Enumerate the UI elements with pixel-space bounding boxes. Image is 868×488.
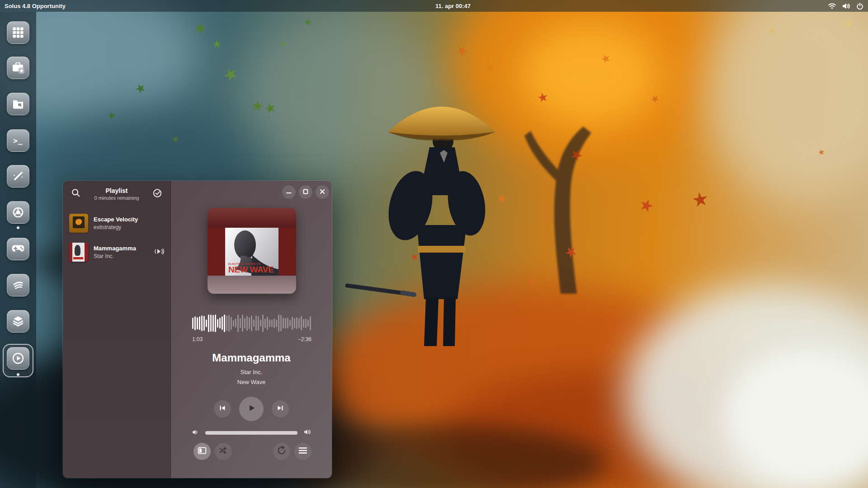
volume-row bbox=[192, 429, 311, 437]
music-player-window: Playlist 0 minutes remaining Escape Velo… bbox=[62, 180, 332, 479]
dock-item-games[interactable] bbox=[7, 238, 29, 260]
dock-item-setup-tool[interactable] bbox=[7, 165, 29, 188]
album-cover-image: ELECTRIC SOUND OF NEW WAVE bbox=[225, 228, 278, 276]
maximize-icon bbox=[303, 188, 308, 196]
running-dot-browser bbox=[17, 226, 19, 229]
playlist-title: Playlist bbox=[84, 187, 150, 194]
album-art-bottom-band bbox=[208, 276, 296, 294]
waveform-seekbar[interactable] bbox=[192, 313, 311, 333]
album-art-top-band bbox=[208, 208, 296, 228]
power-icon[interactable] bbox=[856, 2, 863, 10]
dock-item-file-manager[interactable] bbox=[7, 93, 29, 115]
play-icon bbox=[247, 404, 256, 414]
shuffle-button[interactable] bbox=[215, 443, 232, 460]
menu-button[interactable] bbox=[294, 443, 311, 460]
skip-next-icon bbox=[277, 404, 284, 413]
dock-item-spotify[interactable] bbox=[7, 274, 29, 296]
playlist-toggle-button[interactable] bbox=[193, 443, 211, 460]
running-dot-music-player bbox=[17, 373, 19, 376]
dock-item-web-browser[interactable] bbox=[7, 201, 29, 224]
dock: >_ bbox=[0, 12, 36, 488]
secondary-controls bbox=[171, 443, 332, 460]
dock-item-app-grid-launcher[interactable] bbox=[7, 21, 29, 44]
previous-button[interactable] bbox=[214, 400, 231, 418]
track-2-artist: Star Inc. bbox=[94, 253, 153, 259]
window-controls bbox=[282, 185, 329, 199]
album-art-card: ELECTRIC SOUND OF NEW WAVE bbox=[208, 208, 296, 294]
repeat-button[interactable] bbox=[273, 443, 290, 460]
dock-item-layers-app[interactable] bbox=[7, 310, 29, 333]
wifi-icon[interactable] bbox=[828, 2, 836, 9]
dock-item-terminal[interactable]: >_ bbox=[7, 129, 29, 152]
track-2-album-art bbox=[69, 243, 88, 262]
track-2-title: Mammagamma bbox=[94, 245, 153, 252]
now-playing-title: Mammagamma bbox=[171, 352, 332, 364]
play-button[interactable] bbox=[239, 397, 264, 421]
search-button[interactable] bbox=[68, 186, 84, 202]
minimize-icon bbox=[286, 188, 292, 196]
volume-high-icon bbox=[304, 429, 311, 437]
shuffle-icon bbox=[218, 446, 228, 457]
time-row: 1:03 −2:36 bbox=[192, 336, 311, 343]
briefcase-download-icon bbox=[11, 61, 25, 74]
track-2-meta: Mammagamma Star Inc. bbox=[94, 245, 153, 259]
playlist-sidebar: Playlist 0 minutes remaining Escape Velo… bbox=[63, 181, 171, 478]
browser-icon bbox=[12, 206, 24, 218]
track-row-1[interactable]: Escape Velocity exitstrategy bbox=[63, 209, 170, 238]
volume-slider[interactable] bbox=[205, 431, 297, 435]
music-player-icon bbox=[12, 352, 24, 365]
hamburger-menu-icon bbox=[298, 447, 307, 456]
close-button[interactable] bbox=[316, 185, 329, 199]
playlist-remaining: 0 minutes remaining bbox=[84, 195, 150, 201]
playlist-header: Playlist 0 minutes remaining bbox=[63, 181, 170, 207]
clock[interactable]: 11. apr 00:47 bbox=[435, 3, 471, 9]
spotify-icon bbox=[12, 279, 24, 291]
track-1-title: Escape Velocity bbox=[94, 216, 164, 223]
folder-icon bbox=[12, 99, 24, 109]
remaining-time: −2:36 bbox=[298, 336, 311, 343]
album-cover-text: ELECTRIC SOUND OF NEW WAVE bbox=[228, 263, 274, 274]
sidebar-toggle-icon bbox=[197, 446, 207, 457]
track-1-meta: Escape Velocity exitstrategy bbox=[94, 216, 164, 230]
os-version-label: Solus 4.8 Opportunity bbox=[0, 3, 66, 9]
volume-low-icon bbox=[192, 429, 199, 437]
terminal-icon: >_ bbox=[13, 136, 23, 145]
layers-icon bbox=[12, 315, 24, 327]
select-button[interactable] bbox=[150, 186, 165, 202]
skip-previous-icon bbox=[219, 404, 226, 413]
gamepad-icon bbox=[11, 244, 25, 254]
maximize-button[interactable] bbox=[299, 185, 312, 199]
volume-icon[interactable] bbox=[842, 3, 850, 9]
next-button[interactable] bbox=[272, 400, 289, 418]
volume-fill bbox=[205, 431, 297, 435]
track-1-artist: exitstrategy bbox=[94, 224, 164, 230]
now-playing-album: New Wave bbox=[171, 379, 332, 385]
playlist-title-block: Playlist 0 minutes remaining bbox=[84, 187, 150, 201]
close-icon bbox=[320, 188, 325, 196]
check-circle-icon bbox=[152, 188, 163, 200]
repeat-icon bbox=[277, 446, 287, 457]
track-row-2[interactable]: Mammagamma Star Inc. bbox=[63, 238, 170, 267]
top-panel: Solus 4.8 Opportunity 11. apr 00:47 bbox=[0, 0, 868, 12]
minimize-button[interactable] bbox=[282, 185, 296, 199]
elapsed-time: 1:03 bbox=[192, 336, 203, 343]
player-main-pane: ELECTRIC SOUND OF NEW WAVE 1:03 −2:36 Ma… bbox=[171, 181, 332, 478]
dock-item-music-player[interactable] bbox=[7, 347, 29, 370]
now-playing-indicator-icon bbox=[153, 248, 164, 257]
playback-controls bbox=[171, 397, 332, 421]
app-grid-icon bbox=[12, 27, 24, 38]
track-1-album-art bbox=[69, 214, 88, 233]
status-tray bbox=[828, 0, 863, 12]
dock-item-software-center[interactable] bbox=[7, 56, 29, 79]
desktop: Solus 4.8 Opportunity 11. apr 00:47 bbox=[0, 0, 868, 488]
now-playing-artist: Star Inc. bbox=[171, 369, 332, 375]
magic-wand-icon bbox=[12, 170, 24, 182]
search-icon bbox=[71, 188, 81, 200]
